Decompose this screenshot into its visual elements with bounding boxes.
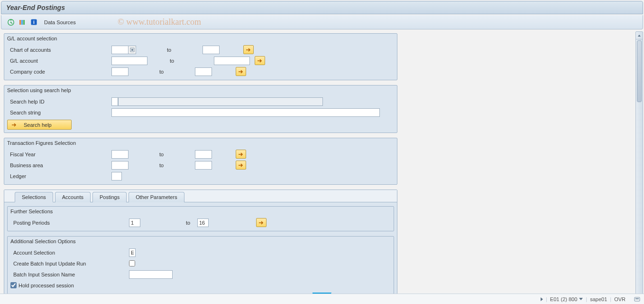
input-posting-periods-high[interactable]	[197, 218, 209, 227]
label-to: to	[147, 58, 214, 64]
label-posting-periods: Posting Periods	[10, 220, 129, 226]
group-search-help: Selection using search help Search help …	[4, 85, 397, 133]
tab-body-selections: Further Selections Posting Periods to Ad…	[4, 202, 397, 296]
multiple-selection-company-code[interactable]	[236, 67, 246, 76]
label-to: to	[136, 47, 202, 53]
group-further-selections: Further Selections Posting Periods to	[7, 206, 394, 231]
input-gl-account-low[interactable]	[111, 57, 147, 65]
right-gutter	[401, 33, 640, 302]
svg-rect-4	[23, 20, 25, 25]
status-mode: OVR	[614, 296, 626, 302]
row-business-area: Business area to	[4, 160, 397, 171]
row-hold-session: Hold processed session	[8, 280, 394, 291]
main-column: G/L account selection Chart of accounts …	[4, 33, 397, 302]
row-posting-periods: Posting Periods to	[8, 217, 394, 228]
label-search-string: Search string	[7, 110, 111, 115]
status-bar: | E01 (2) 800 | sape01 | OVR	[0, 294, 644, 304]
row-chart-of-accounts: Chart of accounts to	[4, 44, 397, 55]
info-icon[interactable]: i	[29, 18, 38, 27]
input-company-code-low[interactable]	[111, 67, 129, 76]
multiple-selection-gl-account[interactable]	[255, 56, 265, 65]
row-account-selection: Account Selection	[8, 247, 394, 258]
data-sources-link[interactable]: Data Sources	[44, 19, 76, 25]
row-create-batch: Create Batch Input Update Run	[8, 258, 394, 269]
input-search-help-id-desc	[118, 97, 323, 106]
label-hold-session: Hold processed session	[18, 283, 74, 288]
row-session-name: Batch Input Session Name	[8, 269, 394, 280]
label-gl-account: G/L account	[7, 58, 111, 64]
scroll-up-icon[interactable]	[636, 32, 643, 39]
svg-rect-8	[131, 49, 133, 51]
label-ledger: Ledger	[7, 173, 111, 179]
label-business-area: Business area	[7, 162, 111, 168]
vertical-scrollbar[interactable]	[635, 31, 643, 302]
svg-rect-2	[19, 20, 21, 25]
input-fiscal-year-low[interactable]	[111, 150, 129, 159]
row-search-help-id: Search help ID	[4, 96, 397, 107]
row-fiscal-year: Fiscal Year to	[4, 149, 397, 160]
multiple-selection-business-area[interactable]	[236, 161, 246, 170]
input-session-name[interactable]	[129, 270, 173, 279]
row-gl-account: G/L account to	[4, 55, 397, 66]
execute-icon[interactable]	[6, 18, 16, 27]
search-help-button[interactable]: Search help	[7, 120, 72, 130]
row-search-string: Search string	[4, 107, 397, 118]
multiple-selection-fiscal-year[interactable]	[236, 150, 246, 159]
input-company-code-high[interactable]	[195, 67, 212, 76]
checkbox-create-batch[interactable]	[129, 260, 135, 266]
title-bar: Year-End Postings	[1, 1, 643, 14]
input-search-string[interactable]	[111, 108, 380, 117]
group-additional-selection-options: Additional Selection Options Account Sel…	[7, 236, 394, 294]
input-gl-account-high[interactable]	[214, 57, 250, 65]
row-company-code: Company code to	[4, 66, 397, 77]
label-create-batch: Create Batch Input Update Run	[10, 261, 129, 266]
svg-rect-12	[635, 298, 639, 299]
label-to: to	[129, 69, 195, 75]
scroll-thumb[interactable]	[637, 40, 642, 102]
group-title: Additional Selection Options	[8, 237, 394, 247]
multiple-selection-posting-periods[interactable]	[256, 218, 267, 227]
f4-chart-of-accounts[interactable]	[129, 46, 136, 54]
input-account-selection[interactable]	[129, 248, 136, 257]
input-chart-of-accounts-high[interactable]	[202, 46, 220, 54]
tab-selections[interactable]: Selections	[15, 192, 53, 202]
tabstrip: Selections Accounts Postings Other Param…	[4, 190, 397, 296]
group-title: Selection using search help	[4, 86, 397, 96]
variant-icon[interactable]	[18, 18, 27, 27]
input-search-help-id-short[interactable]	[111, 97, 118, 106]
group-gl-account-selection: G/L account selection Chart of accounts …	[4, 33, 397, 80]
group-title: G/L account selection	[4, 34, 397, 44]
group-transaction-figures: Transaction Figures Selection Fiscal Yea…	[4, 138, 397, 185]
tab-accounts[interactable]: Accounts	[55, 192, 91, 202]
label-to: to	[129, 162, 195, 168]
input-fiscal-year-high[interactable]	[195, 150, 212, 159]
status-session-menu[interactable]	[541, 297, 543, 301]
multiple-selection-chart-of-accounts[interactable]	[243, 45, 254, 54]
input-posting-periods-low[interactable]	[129, 218, 140, 227]
status-system[interactable]: E01 (2) 800	[550, 296, 583, 302]
label-fiscal-year: Fiscal Year	[7, 152, 111, 157]
status-local-layout-icon[interactable]	[634, 296, 640, 302]
application-toolbar: i Data Sources	[1, 15, 643, 29]
checkbox-hold-session[interactable]	[10, 282, 17, 288]
group-title: Transaction Figures Selection	[4, 138, 397, 149]
input-business-area-low[interactable]	[111, 161, 129, 170]
search-help-button-label: Search help	[24, 122, 52, 128]
svg-point-1	[10, 21, 11, 22]
label-session-name: Batch Input Session Name	[10, 272, 129, 277]
tab-row: Selections Accounts Postings Other Param…	[4, 190, 397, 202]
label-to: to	[140, 220, 197, 226]
group-title: Further Selections	[8, 207, 394, 217]
label-search-help-id: Search help ID	[7, 99, 111, 104]
content-area: G/L account selection Chart of accounts …	[0, 31, 644, 302]
label-company-code: Company code	[7, 69, 111, 75]
input-chart-of-accounts-low[interactable]	[111, 46, 129, 54]
input-business-area-high[interactable]	[195, 161, 212, 170]
tab-postings[interactable]: Postings	[92, 192, 127, 202]
status-appserver: sape01	[590, 296, 607, 302]
row-ledger: Ledger	[4, 171, 397, 181]
tab-other-parameters[interactable]: Other Parameters	[129, 192, 184, 202]
input-ledger[interactable]	[111, 172, 122, 180]
svg-text:i: i	[33, 19, 35, 25]
label-account-selection: Account Selection	[10, 250, 129, 256]
